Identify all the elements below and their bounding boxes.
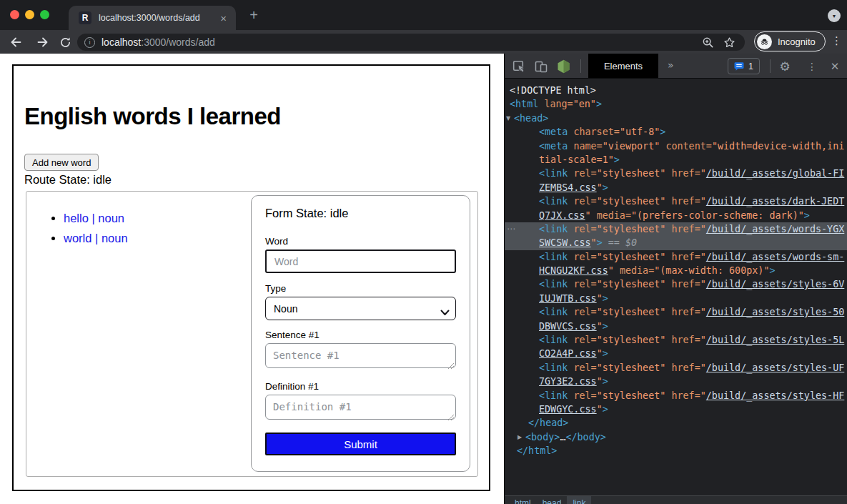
dom-tree-line[interactable]: ⋯<link rel="stylesheet" href="/build/_as… (505, 222, 847, 236)
word-label: Word (265, 236, 288, 247)
dom-tree-line[interactable]: <link rel="stylesheet" href="/build/_ass… (505, 333, 847, 347)
dom-tree-line[interactable]: EDWGYC.css"> (505, 402, 847, 416)
form-state-text: Form State: idle (265, 207, 348, 220)
word-link[interactable]: world | noun (64, 232, 128, 244)
zoom-indicator-button[interactable] (702, 36, 714, 49)
add-new-word-button[interactable]: Add new word (24, 154, 99, 171)
dom-tree-line[interactable]: SWCSW.css"> == $0 (505, 236, 847, 249)
inspect-cursor-icon (512, 60, 525, 73)
remix-favicon-icon: R (79, 11, 91, 24)
type-label: Type (265, 283, 286, 294)
node-hexagon-icon (557, 59, 570, 74)
toolbar-separator (580, 59, 581, 73)
incognito-label: Incognito (778, 36, 816, 47)
breadcrumb-item-link[interactable]: link (567, 496, 591, 504)
dom-tree-line[interactable]: <meta name="viewport" content="width=dev… (505, 139, 847, 153)
submit-button[interactable]: Submit (265, 433, 456, 455)
url-text: localhost:3000/words/add (101, 36, 215, 48)
page-title: English words I learned (24, 103, 281, 130)
line-hover-dots-icon: ⋯ (507, 222, 515, 236)
browser-menu-button[interactable]: ⋮ (831, 34, 842, 47)
site-info-icon[interactable]: i (84, 37, 95, 48)
page-main-box: English words I learned Add new word Rou… (12, 64, 490, 491)
tab-search-button[interactable]: ▾ (828, 9, 841, 22)
incognito-badge: Incognito (754, 31, 826, 51)
web-page: English words I learned Add new word Rou… (0, 54, 504, 504)
type-select[interactable]: Noun (265, 297, 456, 320)
breadcrumb-bar: htmlheadlink (505, 495, 847, 504)
definition-textarea[interactable] (265, 395, 456, 420)
star-icon (723, 36, 735, 49)
dom-tree-line[interactable]: Q7JX.css" media="(prefers-color-scheme: … (505, 209, 847, 222)
incognito-spy-icon (759, 36, 770, 47)
devtools-menu-button[interactable]: ⋮ (805, 59, 819, 74)
word-input[interactable] (265, 249, 456, 273)
new-tab-button[interactable]: + (246, 7, 262, 24)
dom-tree-line[interactable]: <link rel="stylesheet" href="/build/_ass… (505, 250, 847, 264)
dom-tree-line[interactable]: </html> (505, 444, 847, 458)
dom-tree-line[interactable]: <link rel="stylesheet" href="/build/_ass… (505, 305, 847, 319)
node-devtools-button[interactable] (556, 59, 570, 74)
sentence-textarea[interactable] (265, 343, 456, 368)
dom-tree-line[interactable]: <link rel="stylesheet" href="/build/_ass… (505, 389, 847, 402)
words-and-form-panel: hello | nounworld | noun Form State: idl… (26, 191, 478, 477)
tab-close-icon[interactable]: × (220, 13, 227, 24)
url-host: localhost (101, 36, 141, 48)
dom-tree-line[interactable]: <!DOCTYPE html> (505, 84, 847, 97)
dom-tree-line[interactable]: <meta charset="utf-8"> (505, 125, 847, 139)
tab-elements[interactable]: Elements (588, 54, 658, 78)
dom-tree-line[interactable]: <link rel="stylesheet" href="/build/_ass… (505, 277, 847, 291)
forward-button[interactable] (34, 33, 52, 51)
tab-strip: R localhost:3000/words/add × + ▾ (0, 0, 847, 30)
dom-tree-line[interactable]: IUJWTB.css"> (505, 292, 847, 305)
dom-tree: <!DOCTYPE html><html lang="en">▼<head><m… (505, 79, 847, 495)
breadcrumb-item-html[interactable]: html (509, 496, 537, 504)
devtools-settings-button[interactable]: ⚙ (778, 59, 792, 74)
inspect-element-button[interactable] (512, 59, 526, 74)
reload-icon (59, 36, 71, 49)
dom-tree-line[interactable]: HCNGU2KF.css" media="(max-width: 600px)"… (505, 264, 847, 277)
zoom-magnifier-icon (702, 36, 714, 49)
minimize-window-button[interactable] (25, 10, 34, 19)
dom-tree-line[interactable]: ▶<body>…</body> (505, 430, 847, 444)
more-panels-button[interactable]: » (668, 59, 674, 71)
devtools-panel: Elements » 1 ⚙ ⋮ ✕ <!DOCTYPE html><html … (504, 54, 847, 504)
devtools-toolbar: Elements » 1 ⚙ ⋮ ✕ (505, 54, 847, 79)
forward-arrow-icon (36, 36, 49, 49)
incognito-avatar (757, 34, 772, 49)
issues-bubble-icon (734, 61, 744, 71)
back-button[interactable] (6, 33, 25, 51)
close-window-button[interactable] (10, 10, 19, 19)
issues-counter[interactable]: 1 (728, 58, 760, 74)
dom-tree-line[interactable]: <link rel="stylesheet" href="/build/_ass… (505, 167, 847, 180)
word-link[interactable]: hello | noun (64, 212, 124, 224)
device-toolbar-button[interactable] (534, 59, 548, 74)
fullscreen-window-button[interactable] (40, 10, 49, 19)
bookmark-star-button[interactable] (723, 36, 735, 49)
dom-tree-line[interactable]: <link rel="stylesheet" href="/build/_ass… (505, 194, 847, 208)
dom-tree-line[interactable]: CO2A4P.css"> (505, 347, 847, 360)
back-arrow-icon (9, 36, 22, 49)
dom-tree-line[interactable]: </head> (505, 416, 847, 430)
toolbar-separator (770, 59, 771, 73)
issues-count: 1 (748, 61, 753, 71)
dom-tree-line[interactable]: ZEMBS4.css"> (505, 181, 847, 194)
browser-window: R localhost:3000/words/add × + ▾ i local… (0, 0, 847, 504)
dom-tree-line[interactable]: <html lang="en"> (505, 97, 847, 111)
browser-tab[interactable]: R localhost:3000/words/add × (69, 6, 236, 30)
devtools-close-button[interactable]: ✕ (828, 59, 842, 74)
breadcrumb-item-head[interactable]: head (537, 496, 568, 504)
route-state-text: Route State: idle (24, 173, 112, 187)
tab-title: localhost:3000/words/add (99, 13, 220, 23)
dom-tree-line[interactable]: 7GY3E2.css"> (505, 375, 847, 388)
dom-tree-line[interactable]: <link rel="stylesheet" href="/build/_ass… (505, 361, 847, 375)
device-toolbar-icon (535, 60, 548, 73)
dom-tree-line[interactable]: ▼<head> (505, 112, 847, 125)
dom-tree-line[interactable]: tial-scale=1"> (505, 153, 847, 167)
url-bar[interactable]: i localhost:3000/words/add (77, 34, 745, 51)
sentence-label: Sentence #1 (265, 330, 320, 340)
dom-tree-line[interactable]: DBWVCS.css"> (505, 320, 847, 333)
reload-button[interactable] (56, 33, 74, 51)
definition-label: Definition #1 (265, 381, 319, 392)
url-path: :3000/words/add (141, 36, 215, 48)
